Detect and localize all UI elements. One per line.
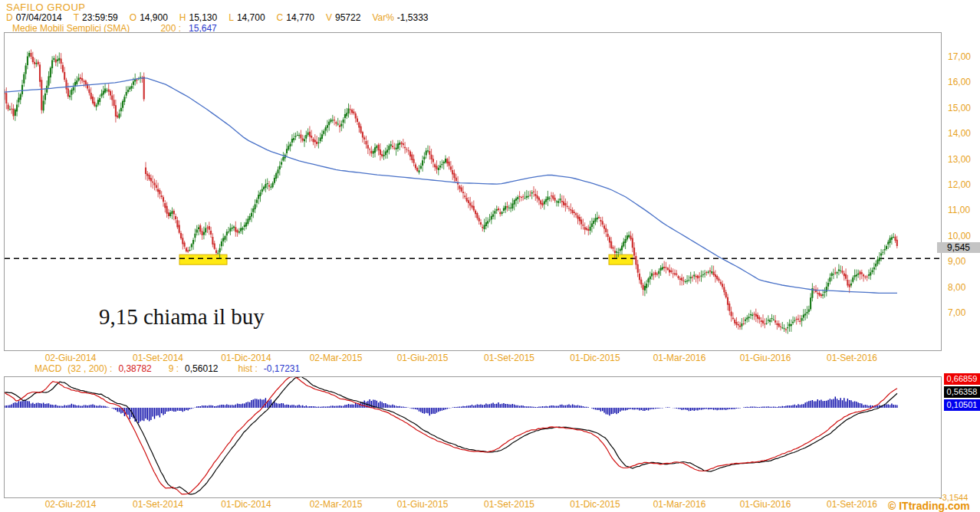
date-tick-label: 01-Set-2014 [133, 499, 183, 510]
macd-value-box: 0,56358 [944, 386, 980, 398]
date-tick-label: 01-Giu-2015 [397, 353, 449, 363]
macd-signal-line [5, 377, 897, 494]
price-chart-panel[interactable]: 9,15 chiama il buy [4, 32, 942, 351]
date-tick-label: 01-Dic-2014 [221, 353, 271, 363]
date-tick-label: 01-Set-2016 [827, 353, 877, 363]
macd-hist-label: hist : [238, 363, 258, 374]
date-tick-label: 01-Set-2014 [133, 353, 183, 363]
ohlc-field-value: -1,5333 [397, 12, 429, 23]
price-tick-label: 9,00 [948, 256, 965, 267]
date-tick-label: 01-Dic-2015 [570, 353, 620, 363]
price-tick-label: 7,00 [948, 307, 965, 318]
macd-header: MACD (32 , 200) : 0,38782 9 : 0,56012 hi… [35, 363, 300, 374]
macd-value-box: 0,66859 [944, 373, 980, 385]
ohlc-field-value: 14,770 [286, 12, 314, 23]
watermark: © ITtrading.com [888, 500, 970, 512]
macd-panel[interactable] [4, 376, 942, 498]
ohlc-field: D07/04/2014 [6, 12, 62, 23]
ohlc-field-value: 95722 [335, 12, 360, 23]
ohlc-field-value: 15,130 [189, 12, 218, 23]
date-tick-label: 01-Set-2016 [827, 499, 877, 510]
candle-bodies-down [5, 53, 897, 330]
ohlc-field-value: 14,700 [237, 12, 265, 23]
price-tick-label: 16,00 [948, 77, 971, 87]
ohlc-field-label: C [277, 12, 284, 23]
date-tick-label: 02-Mar-2015 [310, 499, 363, 510]
price-x-axis: 02-Giu-201401-Set-201401-Dic-201402-Mar-… [0, 353, 980, 363]
ohlc-field-label: T [74, 12, 79, 23]
price-tick-label: 13,00 [948, 154, 971, 165]
ohlc-field: H15,130 [179, 12, 217, 23]
annotation-text: 9,15 chiama il buy [99, 304, 265, 330]
macd-value-box: 0,10501 [944, 399, 980, 411]
ohlc-field-value: 14,900 [140, 12, 168, 23]
ohlc-field-label: Var% [372, 12, 393, 23]
ohlc-field-label: V [326, 12, 332, 23]
date-tick-label: 01-Set-2015 [484, 353, 534, 363]
macd-histogram [5, 396, 897, 423]
macd-x-axis: 02-Giu-201401-Set-201401-Dic-201402-Mar-… [0, 499, 980, 509]
ohlc-field-value: 07/04/2014 [16, 12, 62, 23]
ohlc-field-label: O [130, 12, 136, 23]
date-tick-label: 01-Giu-2016 [740, 353, 791, 363]
ohlc-field: O14,900 [130, 12, 168, 23]
date-tick-label: 02-Giu-2014 [45, 499, 97, 510]
ohlc-row: D07/04/2014T23:59:59O14,900H15,130L14,70… [6, 12, 429, 23]
macd-params: (32 , 200) : [67, 363, 112, 374]
macd-value: 0,38782 [118, 363, 151, 374]
date-tick-label: 01-Mar-2016 [653, 499, 706, 510]
price-tick-label: 12,00 [948, 179, 971, 190]
candlestick-chart[interactable] [5, 33, 941, 350]
price-tick-label: 10,00 [948, 231, 971, 241]
macd-line [5, 377, 897, 494]
ohlc-field: T23:59:59 [74, 12, 118, 23]
ohlc-field-label: D [6, 12, 13, 23]
price-tick-label: 14,00 [948, 128, 971, 139]
ohlc-field-label: H [179, 12, 186, 23]
price-tick-label: 15,00 [948, 103, 971, 113]
candle-bodies-up [10, 53, 893, 329]
macd-label: MACD [35, 363, 61, 374]
price-tick-label: 17,00 [948, 51, 971, 62]
date-tick-label: 01-Giu-2015 [397, 499, 449, 510]
macd-signal-value: 0,56012 [185, 363, 218, 374]
instrument-title: SAFILO GROUP [6, 2, 86, 13]
date-tick-label: 01-Set-2015 [484, 499, 534, 510]
macd-chart[interactable] [5, 377, 941, 497]
candle-wicks-up [10, 51, 893, 334]
macd-signal-label: 9 : [169, 363, 179, 374]
date-tick-label: 01-Giu-2016 [740, 499, 791, 510]
ohlc-field: V95722 [326, 12, 360, 23]
sma200-line [5, 78, 897, 294]
date-tick-label: 01-Mar-2016 [653, 353, 706, 363]
date-tick-label: 02-Mar-2015 [310, 353, 363, 363]
date-tick-label: 02-Giu-2014 [45, 353, 97, 363]
date-tick-label: 01-Dic-2015 [570, 499, 620, 510]
support-highlight-box[interactable] [609, 254, 633, 264]
price-tick-label: 8,00 [948, 282, 965, 293]
ohlc-field: Var%-1,5333 [372, 12, 428, 23]
candle-wicks-down [5, 50, 897, 333]
ohlc-field-label: L [229, 12, 234, 23]
ohlc-field-value: 23:59:59 [82, 12, 118, 23]
macd-hist-value: -0,17231 [264, 363, 300, 374]
price-tick-label: 11,00 [948, 205, 970, 215]
ohlc-field: C14,770 [277, 12, 314, 23]
last-price-box: 9,545 [937, 242, 980, 253]
ohlc-field: L14,700 [229, 12, 265, 23]
date-tick-label: 01-Dic-2014 [221, 499, 271, 510]
